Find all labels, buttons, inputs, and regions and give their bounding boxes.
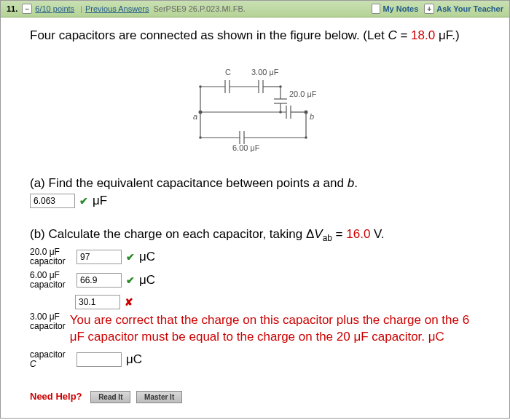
part-b-row-1: 20.0 μF capacitor ✔ μC [30, 247, 487, 266]
fig-label-b: b [310, 112, 314, 121]
minus-icon[interactable]: − [22, 4, 32, 14]
svg-point-27 [305, 136, 307, 139]
row1-label: 20.0 μF capacitor [30, 247, 72, 266]
row2-input[interactable] [76, 273, 122, 288]
wrong-input[interactable] [75, 295, 120, 309]
svg-point-25 [199, 85, 202, 88]
question-text: Four capacitors are connected as shown i… [30, 26, 487, 45]
ask-teacher-link[interactable]: Ask Your Teacher [436, 4, 503, 13]
fig-label-3: 3.00 μF [251, 68, 279, 76]
circuit-figure: C 3.00 μF 20.0 μF 6.00 μF a b [178, 54, 339, 163]
svg-point-21 [199, 110, 203, 114]
row4-input[interactable] [76, 352, 122, 367]
need-help-row: Need Help? Read It Master It [30, 391, 487, 403]
svg-point-23 [279, 85, 282, 88]
part-a-input[interactable] [30, 194, 75, 208]
part-a-answer-row: ✔ μF [30, 194, 487, 208]
my-notes-link[interactable]: My Notes [382, 4, 418, 13]
document-icon [372, 4, 380, 14]
check-icon: ✔ [79, 195, 88, 207]
cross-icon: ✘ [125, 296, 133, 308]
svg-point-26 [199, 136, 202, 139]
fig-label-20: 20.0 μF [289, 90, 317, 98]
fig-label-a: a [193, 112, 197, 121]
check-icon: ✔ [126, 251, 135, 263]
fig-label-c: C [225, 68, 231, 76]
problem-id: SerPSE9 26.P.023.MI.FB. [153, 4, 245, 13]
svg-point-22 [305, 110, 308, 114]
question-card: 11. − 6/10 points | Previous Answers Ser… [0, 0, 510, 419]
master-it-button[interactable]: Master It [136, 391, 182, 403]
part-b-wrong-row: ✘ [75, 295, 487, 309]
check-icon: ✔ [126, 274, 135, 286]
need-help-label: Need Help? [30, 391, 82, 402]
read-it-button[interactable]: Read It [90, 391, 130, 403]
question-number: 11. [7, 4, 17, 13]
separator: | [80, 4, 82, 13]
row3-label: 3.00 μF capacitor [30, 312, 66, 331]
row2-label: 6.00 μF capacitor [30, 271, 72, 290]
fig-label-6: 6.00 μF [232, 143, 260, 152]
points-link[interactable]: 6/10 points [35, 4, 74, 13]
part-b-prompt: (b) Calculate the charge on each capacit… [30, 227, 487, 243]
part-b-row-3: 3.00 μF capacitor You are correct that t… [30, 312, 487, 346]
question-content: Four capacitors are connected as shown i… [1, 17, 509, 418]
feedback-text: You are correct that the charge on this … [70, 312, 487, 346]
part-b-row-2: 6.00 μF capacitor ✔ μC [30, 271, 487, 290]
question-header: 11. − 6/10 points | Previous Answers Ser… [1, 1, 509, 17]
row4-label: capacitor C [30, 350, 72, 369]
part-b-row-4: capacitor C μC [30, 350, 487, 369]
part-a-prompt: (a) Find the equivalent capacitance betw… [30, 176, 487, 191]
part-a-unit: μF [93, 194, 107, 208]
plus-icon[interactable]: + [424, 4, 434, 14]
row1-input[interactable] [76, 250, 122, 264]
previous-answers-link[interactable]: Previous Answers [85, 4, 149, 13]
svg-point-24 [279, 111, 282, 114]
